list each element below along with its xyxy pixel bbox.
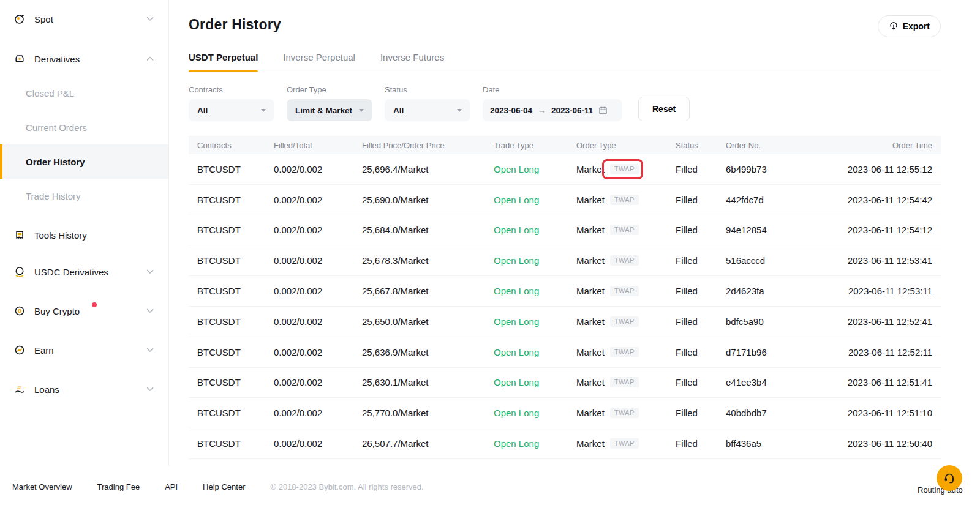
chevron-down-icon [146,348,154,353]
date-range-picker[interactable]: 2023-06-04 → 2023-06-11 [483,99,622,121]
cell-order-time: 2023-06-11 12:54:42 [848,195,932,205]
order-type-select[interactable]: Limit & Market [287,99,372,121]
earn-icon [13,344,26,356]
customer-support-button[interactable] [937,465,962,491]
order-type-text: Market [576,286,605,296]
chevron-up-icon [146,56,154,61]
tab-inverse-perpetual[interactable]: Inverse Perpetual [283,52,355,72]
col-filled-price: Filled Price/Order Price [362,141,494,150]
table-row: BTCUSDT 0.002/0.002 25,636.9/Market Open… [189,337,941,368]
table-row: BTCUSDT 0.002/0.002 25,684.0/Market Open… [189,215,941,246]
cell-order-type: Market TWAP [576,286,676,296]
chevron-down-icon [146,387,154,392]
sidebar-item-order-history[interactable]: Order History [0,144,168,179]
footer-link-help-center[interactable]: Help Center [203,482,245,491]
cell-filled-price: 25,630.1/Market [362,377,494,387]
twap-badge: TWAP [610,255,639,266]
twap-tag-wrap: TWAP [610,195,639,205]
derivatives-icon [13,53,26,65]
sidebar-item-current-orders[interactable]: Current Orders [0,110,168,144]
calendar-icon [598,106,608,115]
cell-order-time: 2023-06-11 12:51:10 [848,408,932,418]
sidebar-item-usdc-derivatives[interactable]: USDC Derivatives [0,255,168,289]
cell-contracts: BTCUSDT [197,347,274,357]
cell-filled-price: 25,667.8/Market [362,286,494,296]
twap-badge: TWAP [610,438,639,449]
sidebar-item-tools-history[interactable]: Tools History [0,218,168,252]
status-value: All [393,106,404,115]
cell-status: Filled [676,377,726,387]
table-body: BTCUSDT 0.002/0.002 25,696.4/Market Open… [189,154,941,459]
cell-order-time: 2023-06-11 12:51:41 [848,377,932,387]
cell-order-type: Market TWAP [576,347,676,357]
footer-link-api[interactable]: API [165,482,178,491]
twap-badge: TWAP [610,286,639,296]
filter-date: Date 2023-06-04 → 2023-06-11 [483,85,622,121]
tab-inverse-futures[interactable]: Inverse Futures [380,52,444,72]
table-row: BTCUSDT 0.002/0.002 25,770.0/Market Open… [189,398,941,428]
cell-status: Filled [676,438,726,449]
cell-trade-type: Open Long [494,316,576,327]
cell-trade-type: Open Long [494,377,576,387]
order-type-text: Market [576,225,605,235]
twap-tag-wrap: TWAP [610,225,639,235]
cell-order-no: bdfc5a90 [726,316,848,327]
sidebar-item-buy-crypto[interactable]: Buy Crypto [0,294,168,328]
export-button[interactable]: Export [878,15,941,37]
footer-link-market-overview[interactable]: Market Overview [12,482,72,491]
order-type-text: Market [576,347,605,357]
spot-icon [13,13,26,25]
buy-crypto-icon [13,305,26,317]
filter-label: Date [483,85,622,94]
sidebar-item-earn[interactable]: Earn [0,333,168,367]
filter-contracts: Contracts All [189,85,274,121]
table-row: BTCUSDT 0.002/0.002 25,696.4/Market Open… [189,154,941,185]
cell-contracts: BTCUSDT [197,408,274,418]
sidebar-item-label: USDC Derivatives [34,267,146,277]
table-row: BTCUSDT 0.002/0.002 25,690.0/Market Open… [189,185,941,215]
table-row: BTCUSDT 0.002/0.002 25,678.3/Market Open… [189,245,941,276]
cell-contracts: BTCUSDT [197,438,274,449]
cell-filled-total: 0.002/0.002 [274,347,362,357]
caret-down-icon [261,109,266,112]
cell-filled-total: 0.002/0.002 [274,286,362,296]
reset-button[interactable]: Reset [638,97,690,121]
status-select[interactable]: All [385,99,470,121]
cell-filled-total: 0.002/0.002 [274,408,362,418]
sidebar-item-label: Trade History [26,191,154,201]
main-content: Order History Export USDT Perpetual Inve… [169,0,980,459]
cell-filled-total: 0.002/0.002 [274,438,362,449]
sidebar-item-loans[interactable]: Loans [0,372,168,406]
filter-status: Status All [385,85,470,121]
cell-order-time: 2023-06-11 12:52:11 [848,347,932,357]
usdc-derivatives-icon [13,266,26,278]
sidebar-item-closed-pnl[interactable]: Closed P&L [0,76,168,110]
col-contracts: Contracts [197,141,274,150]
cell-filled-price: 25,636.9/Market [362,347,494,357]
caret-down-icon [457,109,462,112]
cell-filled-total: 0.002/0.002 [274,195,362,205]
sidebar-item-trade-history[interactable]: Trade History [0,179,168,213]
tab-usdt-perpetual[interactable]: USDT Perpetual [189,52,258,72]
cell-contracts: BTCUSDT [197,286,274,296]
cell-contracts: BTCUSDT [197,377,274,387]
table-row: BTCUSDT 0.002/0.002 25,630.1/Market Open… [189,368,941,398]
sidebar-item-label: Closed P&L [26,88,154,99]
cell-trade-type: Open Long [494,408,576,418]
contracts-select[interactable]: All [189,99,274,121]
sidebar-item-spot[interactable]: Spot [0,2,168,36]
twap-tag-wrap: TWAP [610,377,639,387]
sidebar-item-label: Order History [26,157,154,167]
sidebar-item-label: Loans [34,384,146,395]
twap-tag-wrap: TWAP [610,164,639,174]
twap-tag-wrap: TWAP [610,438,639,449]
date-from: 2023-06-04 [490,106,532,115]
loans-icon [13,383,26,395]
date-to: 2023-06-11 [551,106,593,115]
cell-trade-type: Open Long [494,195,576,205]
filter-label: Status [385,85,470,94]
order-history-page: Spot Derivatives Closed P&L Current Orde… [0,0,980,508]
filter-order-type: Order Type Limit & Market [287,85,372,121]
sidebar-item-derivatives[interactable]: Derivatives [0,42,168,76]
footer-link-trading-fee[interactable]: Trading Fee [97,482,140,491]
